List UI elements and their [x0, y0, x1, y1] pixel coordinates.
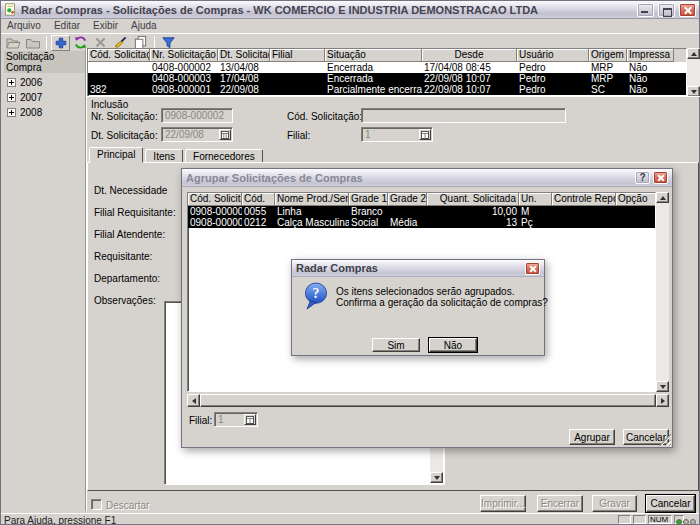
- expand-icon[interactable]: [7, 78, 16, 87]
- cell: 0908-000001: [150, 84, 218, 95]
- tab-itens[interactable]: Itens: [145, 149, 183, 163]
- cell: 22/09/08: [218, 84, 270, 95]
- table-row[interactable]: 0408-00000317/04/08Encerrada22/09/08 10:…: [88, 73, 686, 84]
- help-icon[interactable]: ?: [635, 171, 650, 184]
- lookup-icon[interactable]: [419, 129, 431, 140]
- form-label-requisitante: Requisitante:: [94, 251, 152, 262]
- tab-principal[interactable]: Principal: [89, 147, 143, 163]
- column-header-cod-solicitacao[interactable]: Cód. Solicitação: [188, 193, 242, 206]
- lookup-icon[interactable]: [244, 414, 256, 425]
- expand-icon[interactable]: [7, 93, 16, 102]
- cell: 382: [88, 84, 150, 95]
- title-bar: Radar Compras - Solicitações de Compras …: [1, 1, 699, 19]
- app-icon: [4, 3, 17, 16]
- table-row[interactable]: 0908-0000010055LinhaBranco10,00M: [188, 206, 655, 217]
- cancelar-button[interactable]: Cancelar: [646, 495, 695, 512]
- close-icon[interactable]: [653, 171, 668, 184]
- inclusao-group: Inclusão Nr. Solicitação: 0908-000002 Có…: [87, 96, 700, 148]
- calendar-icon[interactable]: [219, 129, 231, 140]
- column-header-cod[interactable]: Cód.: [242, 193, 275, 206]
- cell: [388, 206, 427, 217]
- scroll-up-icon[interactable]: [656, 192, 669, 203]
- dialog-grid-hscrollbar[interactable]: [187, 394, 669, 407]
- menu-editar[interactable]: Editar: [54, 20, 80, 32]
- minimize-icon[interactable]: [637, 3, 654, 17]
- column-header-nome-prod-serv[interactable]: Nome Prod./Serv.: [275, 193, 349, 206]
- column-header-quant-solicitada[interactable]: Quant. Solicitada: [427, 193, 519, 206]
- filial-field[interactable]: 1: [361, 127, 433, 142]
- tree-item-2006[interactable]: 2006: [7, 77, 85, 88]
- requests-grid: Cód. SolicitaçãoNr. SolicitaçãoDt. Solic…: [87, 48, 687, 97]
- tree-item-2007[interactable]: 2007: [7, 92, 85, 103]
- column-header-usuario[interactable]: Usuário: [517, 49, 589, 62]
- dialog-filial-field[interactable]: 1: [214, 412, 258, 427]
- column-header-controle-reposicao[interactable]: Controle Reposição: [552, 193, 616, 206]
- status-help-text: Para Ajuda, pressione F1: [4, 515, 116, 525]
- cell: 17/04/08 08:45: [422, 62, 517, 73]
- cell: Encerrada: [325, 62, 422, 73]
- column-header-grade-1[interactable]: Grade 1: [349, 193, 388, 206]
- column-header-cod-solicitacao[interactable]: Cód. Solicitação: [88, 49, 150, 62]
- scroll-left-icon[interactable]: [187, 394, 200, 407]
- column-header-nr-solicitacao[interactable]: Nr. Solicitação: [150, 49, 218, 62]
- descartar-checkbox[interactable]: [91, 499, 102, 510]
- cell: [616, 206, 656, 217]
- cell: Parcialmente encerrada: [325, 84, 422, 95]
- column-header-filial[interactable]: Filial: [270, 49, 325, 62]
- cell: [552, 217, 616, 228]
- tab-fornecedores[interactable]: Fornecedores: [185, 149, 263, 163]
- column-header-grade-2[interactable]: Grade 2: [388, 193, 427, 206]
- cell: Calça Masculina: [275, 217, 349, 228]
- agrupar-button[interactable]: Agrupar: [569, 429, 615, 445]
- scroll-down-icon[interactable]: [656, 381, 669, 392]
- cell: Não: [627, 84, 674, 95]
- resize-grip[interactable]: [659, 434, 671, 446]
- column-header-un[interactable]: Un.: [519, 193, 552, 206]
- column-header-situacao[interactable]: Situação: [325, 49, 422, 62]
- dialog-title: Agrupar Solicitações de Compras: [186, 172, 632, 184]
- scroll-up-icon[interactable]: [687, 48, 700, 59]
- form-label-filial-requisitante: Filial Requisitante:: [94, 207, 176, 218]
- close-icon[interactable]: [525, 262, 540, 275]
- tree-item-label: 2006: [20, 77, 42, 88]
- column-header-opcao[interactable]: Opção: [616, 193, 656, 206]
- column-header-origem[interactable]: Origem: [589, 49, 627, 62]
- scrollbar-thumb[interactable]: [200, 394, 656, 407]
- descartar-label: Descartar: [106, 500, 149, 511]
- tree-item-2008[interactable]: 2008: [7, 107, 85, 118]
- menu-ajuda[interactable]: Ajuda: [131, 20, 157, 32]
- column-header-dt-solicitacao[interactable]: Dt. Solicitação: [218, 49, 270, 62]
- cell: [616, 217, 656, 228]
- nao-button[interactable]: Não: [429, 338, 477, 352]
- cell: Média: [388, 217, 427, 228]
- column-header-desde[interactable]: Desde: [422, 49, 517, 62]
- scroll-right-icon[interactable]: [656, 394, 669, 407]
- menu-exibir[interactable]: Exibir: [93, 20, 118, 32]
- tree-root-solicitacao-compra[interactable]: Solicitação Compra: [4, 51, 85, 73]
- sim-button[interactable]: Sim: [372, 338, 420, 352]
- dt-solicitacao-field[interactable]: 22/09/08: [161, 127, 233, 142]
- table-row[interactable]: 0408-00000213/04/08Encerrada17/04/08 08:…: [88, 62, 686, 73]
- table-row[interactable]: 0908-0000010212Calça MasculinaSocialMédi…: [188, 217, 655, 228]
- add-icon: [54, 36, 68, 50]
- cell: 13/04/08: [218, 62, 270, 73]
- menu-arquivo[interactable]: Arquivo: [7, 20, 41, 32]
- restore-icon[interactable]: [658, 3, 675, 17]
- cod-solicitacao-label: Cód. Solicitação:: [287, 111, 362, 122]
- tree-item-label: 2008: [20, 107, 42, 118]
- question-icon: ?: [303, 282, 329, 310]
- close-icon[interactable]: [679, 3, 696, 17]
- column-header-impressa[interactable]: Impressa: [627, 49, 674, 62]
- table-row[interactable]: 3820908-00000122/09/08Parcialmente encer…: [88, 84, 686, 95]
- cell: 22/09/08 10:07: [422, 84, 517, 95]
- dialog-grid-vscrollbar[interactable]: [656, 192, 669, 392]
- window-title: Radar Compras - Solicitações de Compras …: [21, 4, 633, 16]
- cell: [88, 73, 150, 84]
- scroll-down-icon[interactable]: [430, 472, 443, 483]
- nr-solicitacao-field[interactable]: 0908-000002: [161, 108, 233, 123]
- cod-solicitacao-field[interactable]: [361, 108, 566, 123]
- expand-icon[interactable]: [7, 108, 16, 117]
- requests-grid-scrollbar[interactable]: [687, 48, 700, 97]
- messagebox-title: Radar Compras: [296, 262, 522, 274]
- cell: 0212: [242, 217, 275, 228]
